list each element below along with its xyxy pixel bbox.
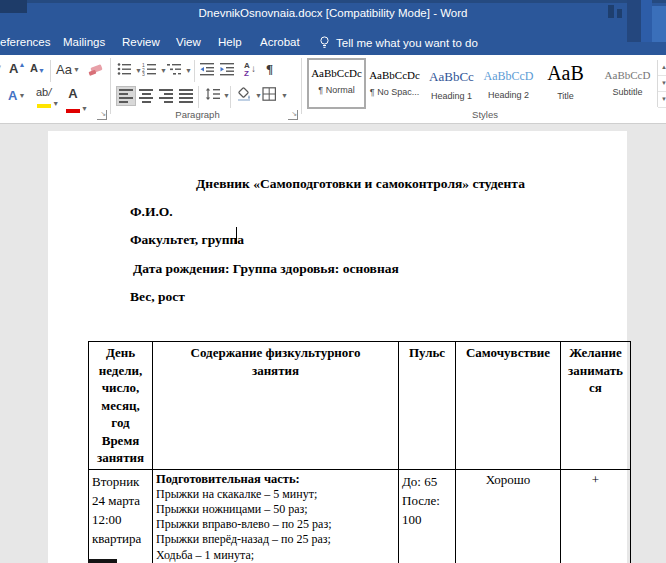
shrink-font-button[interactable]: A▼ [30, 62, 45, 74]
cell-day: Вторник24 марта12:00квартира [89, 469, 153, 563]
tab-help[interactable]: Help [218, 36, 242, 48]
numbering-button[interactable]: 123 [142, 62, 158, 78]
cell-desire: + [561, 469, 631, 563]
tell-me-box[interactable]: Tell me what you want to do [320, 36, 478, 49]
increase-indent-button[interactable] [220, 62, 236, 78]
font-color-bar [66, 109, 80, 113]
tab-references[interactable]: eferences [0, 36, 51, 48]
window-top-strip [0, 0, 666, 3]
doc-line-faculty: Факультет, группа [130, 232, 244, 248]
shading-button[interactable] [237, 87, 253, 103]
style-sample: AaBbCcDc [367, 69, 422, 81]
style-label: Heading 2 [481, 90, 536, 100]
style-title[interactable]: AaB Title [538, 60, 593, 107]
multilevel-list-button[interactable] [167, 62, 183, 78]
tab-mailings[interactable]: Mailings [63, 36, 105, 48]
text-effects-button[interactable]: A▼ [8, 88, 25, 103]
grow-font-button[interactable]: A▲ [9, 61, 25, 76]
paragraph-group-label: Paragraph [150, 109, 245, 120]
group-separator [301, 58, 302, 114]
bullets-button[interactable] [117, 62, 133, 78]
tab-view[interactable]: View [176, 36, 201, 48]
align-right-button[interactable] [158, 87, 174, 103]
group-separator [110, 58, 111, 114]
text-cursor [236, 227, 237, 244]
style-label: Heading 1 [424, 91, 479, 101]
font-color-button[interactable]: A ▼ [66, 86, 88, 116]
doc-title: Дневник «Самоподготовки и самоконтроля» … [48, 176, 627, 192]
separator [230, 86, 231, 108]
cell-content-lines: Прыжки на скакалке – 5 минут;Прыжки ножн… [156, 487, 395, 563]
decrease-indent-button[interactable] [200, 62, 216, 78]
style-sample: AaBbCcD [481, 69, 536, 84]
header-feeling: Самочувствие [456, 342, 561, 470]
styles-scroll-up-icon[interactable]: ▲ [658, 60, 666, 76]
doc-line-weight: Вес, рост [130, 289, 185, 305]
shading-dropdown[interactable]: ▼ [255, 92, 262, 99]
tab-review[interactable]: Review [122, 36, 160, 48]
align-center-button[interactable] [138, 87, 154, 103]
doc-line-birth: Дата рождения: Группа здоровья: основная [133, 261, 399, 277]
lightbulb-icon [320, 36, 329, 49]
tell-me-label: Tell me what you want to do [336, 37, 478, 49]
separator [194, 60, 195, 82]
window-header: DnevnikOsnovnaia.docx [Compatibility Mod… [0, 0, 666, 55]
style-label: ¶ No Spac... [367, 87, 422, 97]
sort-button[interactable]: A Z ↓ [244, 61, 260, 77]
styles-gallery-scroll[interactable]: ▲ ▼ ▼ [657, 60, 666, 107]
diary-table: Деньнедели,число,месяц,годВремязанятия С… [88, 341, 631, 563]
header-content: Содержание физкультурногозанятия [153, 342, 399, 470]
header-pulse: Пульс [399, 342, 456, 470]
style-no-spacing[interactable]: AaBbCcDc ¶ No Spac... [367, 60, 422, 107]
document-page[interactable]: Дневник «Самоподготовки и самоконтроля» … [48, 131, 627, 563]
line-spacing-button[interactable] [205, 87, 221, 103]
borders-button[interactable] [262, 87, 278, 103]
borders-dropdown[interactable]: ▼ [281, 92, 288, 99]
style-heading2[interactable]: AaBbCcD Heading 2 [481, 60, 536, 107]
style-heading1[interactable]: AaBbCc Heading 1 [424, 60, 479, 107]
change-case-button[interactable]: Aa▼ [56, 62, 80, 77]
header-day: Деньнедели,число,месяц,годВремязанятия [89, 342, 153, 470]
separator [50, 60, 51, 82]
style-normal[interactable]: AaBbCcDc ¶ Normal [307, 58, 366, 109]
cell-pulse: До: 65После:100 [399, 469, 456, 563]
cell-content-heading: Подготовительная часть: [156, 472, 395, 487]
style-label: ¶ Normal [309, 85, 364, 95]
styles-more-icon[interactable]: ▼ [658, 92, 666, 108]
font-size-box-edge[interactable]: ˅ [0, 63, 1, 73]
ribbon: ˅ A▲ A▼ Aa▼ A▼ ab/ ▼ A ▼ ↘ ▼ 123 ▼ ▼ A Z… [0, 55, 666, 124]
style-sample: AaBbCcD [600, 69, 655, 81]
style-subtitle[interactable]: AaBbCcD Subtitle [600, 60, 655, 107]
clear-formatting-button[interactable] [88, 61, 104, 77]
paragraph-dialog-launcher[interactable]: ↘ [288, 110, 298, 120]
styles-scroll-down-icon[interactable]: ▼ [658, 76, 666, 92]
table-header-row: Деньнедели,число,месяц,годВремязанятия С… [89, 342, 631, 470]
bullets-dropdown[interactable]: ▼ [135, 67, 142, 74]
font-dialog-launcher[interactable]: ↘ [97, 110, 107, 120]
style-sample: AaB [538, 62, 593, 85]
styles-group-label: Styles [430, 109, 540, 120]
doc-line-fio: Ф.И.О. [130, 204, 173, 220]
multilevel-dropdown[interactable]: ▼ [185, 67, 192, 74]
style-label: Title [538, 91, 593, 101]
bottom-edge-mark [88, 559, 117, 563]
window-title: DnevnikOsnovnaia.docx [Compatibility Mod… [0, 7, 666, 19]
numbering-dropdown[interactable]: ▼ [160, 67, 167, 74]
document-canvas: Дневник «Самоподготовки и самоконтроля» … [0, 124, 666, 563]
style-sample: AaBbCcDc [309, 67, 364, 79]
cell-content: Подготовительная часть: Прыжки на скакал… [153, 469, 399, 563]
svg-text:3: 3 [142, 71, 145, 76]
style-sample: AaBbCc [424, 69, 479, 85]
highlight-color-button[interactable]: ab/ ▼ [36, 86, 59, 110]
highlight-color-bar [37, 104, 51, 108]
style-label: Subtitle [600, 87, 655, 97]
separator [198, 86, 199, 108]
show-paragraph-marks-button[interactable]: ¶ [266, 61, 273, 77]
align-left-button[interactable] [116, 86, 136, 106]
line-spacing-dropdown[interactable]: ▼ [223, 92, 230, 99]
cell-feeling: Хорошо [456, 469, 561, 563]
header-desire: Желаниезаниматься [561, 342, 631, 470]
tab-acrobat[interactable]: Acrobat [260, 36, 300, 48]
justify-button[interactable] [178, 87, 194, 103]
table-data-row: Вторник24 марта12:00квартира Подготовите… [89, 469, 631, 563]
